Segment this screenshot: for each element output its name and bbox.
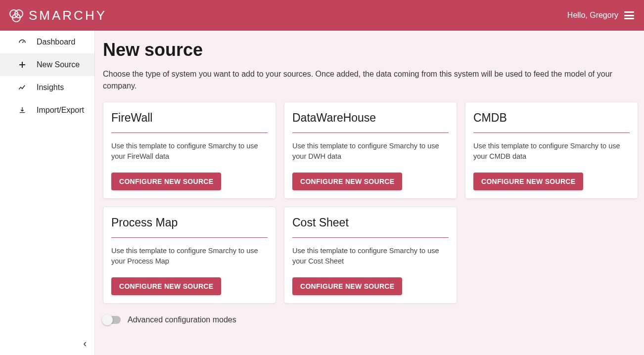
source-card-cmdb: CMDBUse this template to configure Smarc… — [465, 102, 638, 199]
sidebar-item-label: Import/Export — [37, 106, 84, 115]
advanced-toggle-label: Advanced configuration modes — [128, 315, 236, 324]
configure-source-button[interactable]: CONFIGURE NEW SOURCE — [111, 173, 221, 190]
sidebar-item-import-export[interactable]: Import/Export — [0, 99, 94, 122]
sidebar-item-dashboard[interactable]: Dashboard — [0, 31, 94, 53]
source-cards-grid: FireWallUse this template to configure S… — [103, 102, 634, 304]
app-header: SMARCHY Hello, Gregory — [0, 0, 644, 31]
chart-line-icon — [18, 83, 27, 92]
page-description: Choose the type of system you want to ad… — [103, 68, 627, 92]
card-title: Process Map — [111, 216, 268, 238]
source-card-firewall: FireWallUse this template to configure S… — [103, 102, 276, 199]
source-card-datawarehouse: DataWareHouseUse this template to config… — [284, 102, 457, 199]
source-card-cost-sheet: Cost SheetUse this template to configure… — [284, 207, 457, 304]
gauge-icon — [18, 38, 27, 46]
sidebar-item-label: New Source — [37, 60, 80, 69]
configure-source-button[interactable]: CONFIGURE NEW SOURCE — [292, 277, 402, 295]
card-title: DataWareHouse — [292, 111, 449, 133]
card-description: Use this template to configure Smarchy t… — [292, 246, 449, 266]
card-description: Use this template to configure Smarchy t… — [111, 246, 268, 266]
plus-icon — [18, 60, 27, 69]
sidebar-collapse-button[interactable] — [83, 340, 88, 348]
user-greeting: Hello, Gregory — [567, 11, 618, 20]
configure-source-button[interactable]: CONFIGURE NEW SOURCE — [473, 173, 583, 190]
brand-logo[interactable]: SMARCHY — [9, 8, 107, 23]
card-description: Use this template to configure Smarchy t… — [292, 141, 449, 162]
sidebar: DashboardNew SourceInsightsImport/Export — [0, 31, 95, 355]
sidebar-item-label: Dashboard — [37, 38, 75, 46]
advanced-toggle[interactable] — [103, 316, 121, 324]
brand-name: SMARCHY — [29, 8, 107, 23]
configure-source-button[interactable]: CONFIGURE NEW SOURCE — [292, 173, 402, 190]
source-card-process-map: Process MapUse this template to configur… — [103, 207, 276, 304]
advanced-toggle-row: Advanced configuration modes — [103, 315, 634, 324]
card-description: Use this template to configure Smarchy t… — [111, 141, 268, 162]
card-title: FireWall — [111, 111, 268, 133]
header-right: Hello, Gregory — [567, 11, 634, 20]
page-title: New source — [103, 40, 634, 60]
configure-source-button[interactable]: CONFIGURE NEW SOURCE — [111, 277, 221, 295]
main-content: New source Choose the type of system you… — [95, 31, 644, 355]
card-title: CMDB — [473, 111, 630, 133]
sidebar-item-label: Insights — [37, 83, 64, 92]
brand-logo-icon — [9, 8, 24, 23]
card-description: Use this template to configure Smarchy t… — [473, 141, 630, 162]
card-title: Cost Sheet — [292, 216, 449, 238]
sidebar-item-insights[interactable]: Insights — [0, 76, 94, 99]
toggle-knob — [102, 314, 113, 325]
sidebar-item-new-source[interactable]: New Source — [0, 53, 94, 76]
download-icon — [18, 106, 27, 115]
menu-icon[interactable] — [624, 11, 634, 19]
